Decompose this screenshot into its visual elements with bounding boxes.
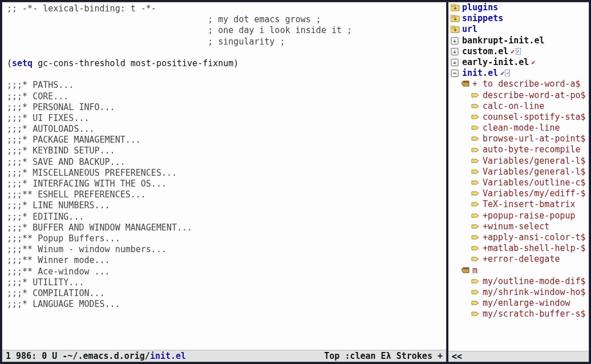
folder-icon[interactable]: + <box>451 15 460 22</box>
emacs-frame: ;; -*- lexical-binding: t -*- ; my dot e… <box>0 0 591 364</box>
tree-item[interactable]: init.el ✔✓ <box>448 68 589 79</box>
svg-text:+: + <box>453 59 456 66</box>
tree-tag-item[interactable]: my/enlarge-window <box>448 298 589 309</box>
speedbar-window[interactable]: +plugins+snippets+url+bankrupt-init.el+c… <box>447 2 589 362</box>
tree-item-label: init.el <box>462 68 498 79</box>
tag-icon[interactable] <box>471 157 480 165</box>
tree-item-label: calc-on-line <box>483 101 544 112</box>
mode-line[interactable]: 1 986: 0 U -~/.emacs.d.orig/init.el Top … <box>2 350 446 362</box>
tree-item-label: plugins <box>462 2 498 13</box>
tree-item-label: custom.el <box>462 46 508 57</box>
tree-tag-item[interactable]: clean-mode-line <box>448 123 589 134</box>
modeline-spacer <box>186 351 324 361</box>
tree-tag-item[interactable]: auto-byte-recompile <box>448 144 589 155</box>
tree-item-label: +matlab-shell-help-$ <box>483 243 586 254</box>
tree-item-label: Variables/general-l$ <box>483 156 586 167</box>
tree-item-label: my/shrink-window-ho$ <box>483 287 586 298</box>
tree-tag-item[interactable]: describe-word-at-po$ <box>448 90 589 101</box>
tree-item-label: browse-url-at-point$ <box>483 134 586 144</box>
tag-icon[interactable] <box>471 179 480 187</box>
tag-icon[interactable] <box>471 201 480 208</box>
bucket-icon[interactable] <box>461 80 470 88</box>
tag-icon[interactable] <box>471 124 480 132</box>
tree-item-label: +winum-select <box>483 221 549 232</box>
tag-icon[interactable] <box>471 256 480 263</box>
folder-icon[interactable]: + <box>451 26 460 33</box>
speedbar-list[interactable]: +plugins+snippets+url+bankrupt-init.el+c… <box>448 2 589 351</box>
tree-item-label: my/scratch-buffer-s$ <box>483 309 586 319</box>
vc-status-icon: ✔ <box>531 58 535 67</box>
tag-icon[interactable] <box>471 223 480 230</box>
tag-icon[interactable] <box>471 135 480 143</box>
tree-tag-item[interactable]: my/scratch-buffer-s$ <box>448 309 589 319</box>
tag-icon[interactable] <box>471 234 480 241</box>
tree-item[interactable]: +url <box>448 24 589 35</box>
tag-icon[interactable] <box>471 310 480 318</box>
tree-tag-item[interactable]: Variables/outline-c$ <box>448 177 589 188</box>
tree-item-label: TeX-insert-bmatrix <box>483 199 576 210</box>
tree-item-label: counsel-spotify-sta$ <box>483 112 586 123</box>
tree-item[interactable]: +custom.el ✔✓ <box>448 46 589 57</box>
tree-item-label: m <box>472 265 477 276</box>
svg-text:+: + <box>453 38 456 44</box>
tree-item[interactable]: +bankrupt-init.el <box>448 35 589 46</box>
tree-tag-item[interactable]: browse-url-at-point$ <box>448 134 589 144</box>
tag-icon[interactable] <box>471 278 480 285</box>
tree-item-label: my/outline-mode-dif$ <box>483 276 586 287</box>
tree-tag-item[interactable]: +popup-raise-popup <box>448 211 589 221</box>
tree-tag-item[interactable]: +winum-select <box>448 221 589 232</box>
editor-window[interactable]: ;; -*- lexical-binding: t -*- ; my dot e… <box>2 2 447 362</box>
file-icon[interactable] <box>451 70 460 77</box>
tree-tag-item[interactable]: +matlab-shell-help-$ <box>448 243 589 254</box>
tree-item[interactable]: +early-init.el ✔ <box>448 57 589 68</box>
svg-rect-17 <box>463 81 469 83</box>
tree-tag-item[interactable]: TeX-insert-bmatrix <box>448 199 589 210</box>
file-icon[interactable]: + <box>451 48 460 55</box>
tree-item-label: + to describe-word-a$ <box>472 79 581 90</box>
tree-item-label: +error-delegate <box>483 254 560 265</box>
tree-item-label: early-init.el <box>462 57 529 68</box>
tree-item[interactable]: +plugins <box>448 2 589 13</box>
tree-item[interactable]: +snippets <box>448 13 589 24</box>
tree-tag-item[interactable]: counsel-spotify-sta$ <box>448 112 589 123</box>
tag-icon[interactable] <box>471 212 480 220</box>
tag-icon[interactable] <box>471 289 480 296</box>
tree-group-header[interactable]: m <box>448 265 589 276</box>
tree-item-label: Variables/outline-c$ <box>483 177 586 188</box>
tree-group-header[interactable]: + to describe-word-a$ <box>448 79 589 90</box>
svg-text:+: + <box>454 26 457 33</box>
modeline-filename: init.el <box>150 351 186 361</box>
tag-icon[interactable] <box>471 168 480 176</box>
vc-status-icon: ✔✓ <box>511 47 520 56</box>
tree-item-label: +popup-raise-popup <box>483 211 576 221</box>
tag-icon[interactable] <box>471 114 480 121</box>
tag-icon[interactable] <box>471 147 480 154</box>
tag-icon[interactable] <box>471 300 480 307</box>
folder-icon[interactable]: + <box>451 4 460 11</box>
tree-tag-item[interactable]: my/outline-mode-dif$ <box>448 276 589 287</box>
svg-text:+: + <box>454 15 457 22</box>
svg-rect-18 <box>463 268 469 269</box>
modeline-right: Top :clean Eλ Strokes + <box>324 351 443 361</box>
file-icon[interactable]: + <box>451 37 460 45</box>
tag-icon[interactable] <box>471 103 480 110</box>
tree-tag-item[interactable]: my/shrink-window-ho$ <box>448 287 589 298</box>
editor-buffer[interactable]: ;; -*- lexical-binding: t -*- ; my dot e… <box>2 2 446 350</box>
vc-status-icon: ✔✓ <box>500 69 510 78</box>
tree-tag-item[interactable]: Variables/my/ediff-$ <box>448 188 589 199</box>
tree-item-label: describe-word-at-po$ <box>483 90 586 101</box>
tree-tag-item[interactable]: Variables/general-l$ <box>448 167 589 177</box>
tag-icon[interactable] <box>471 245 480 252</box>
file-icon[interactable]: + <box>451 59 460 66</box>
tree-tag-item[interactable]: +apply-ansi-color-t$ <box>448 232 589 243</box>
tag-icon[interactable] <box>471 92 480 99</box>
tree-item-label: url <box>462 24 477 35</box>
tag-icon[interactable] <box>471 190 480 197</box>
tree-item-label: auto-byte-recompile <box>483 144 581 155</box>
bucket-icon[interactable] <box>461 267 470 274</box>
tree-tag-item[interactable]: calc-on-line <box>448 101 589 112</box>
tree-item-label: snippets <box>462 13 503 24</box>
tree-tag-item[interactable]: Variables/general-l$ <box>448 156 589 167</box>
speedbar-modeline: << <box>448 351 589 362</box>
tree-tag-item[interactable]: +error-delegate <box>448 254 589 265</box>
